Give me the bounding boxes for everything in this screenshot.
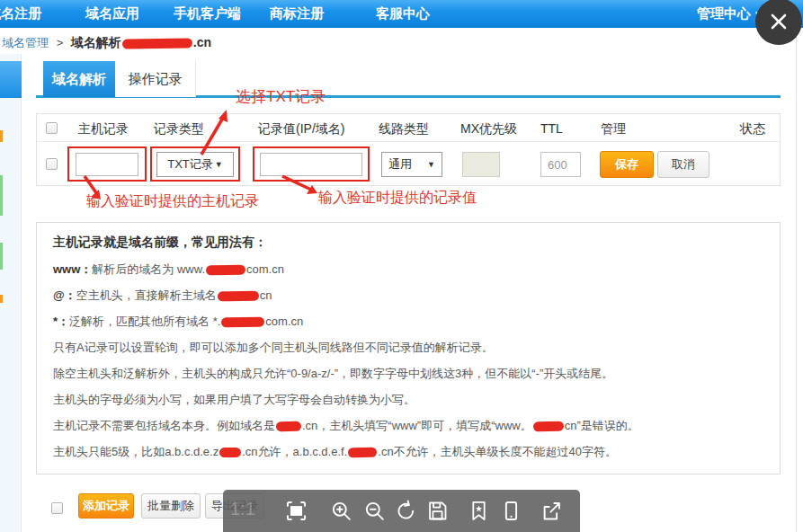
share-icon[interactable] (540, 499, 564, 523)
redacted-domain-scribble (218, 291, 259, 302)
help-text: com.cn (265, 315, 303, 328)
select-caret-icon: ▼ (215, 160, 223, 169)
new-record-row: TXT记录▼ 通用▼ 保存 取消 (37, 143, 780, 186)
help-line-star: *：泛解析，匹配其他所有域名 *.com.cn (53, 314, 763, 329)
close-icon (769, 12, 789, 31)
record-type-select[interactable]: TXT记录▼ (156, 152, 234, 177)
zoom-out-icon[interactable] (362, 499, 387, 523)
mobile-icon[interactable] (499, 499, 523, 523)
help-text: .cn允许，a.b.c.d.e.f. (242, 445, 347, 458)
help-text: 主机记录不需要包括域名本身。例如域名是 (53, 419, 275, 432)
breadcrumb-separator: > (57, 36, 64, 49)
add-record-button[interactable]: 添加记录 (78, 493, 134, 519)
footer-select-all-checkbox[interactable] (51, 502, 63, 514)
image-viewer-toolbar: 1:1 (223, 490, 580, 532)
scale-label: 1:1 (230, 499, 255, 519)
help-line-www: www：解析后的域名为 www.com.cn (53, 262, 763, 277)
help-panel: 主机记录就是域名前缀，常见用法有： www：解析后的域名为 www.com.cn… (36, 222, 781, 474)
help-text: cn (260, 288, 272, 302)
redacted-domain-scribble (122, 38, 192, 49)
help-line-a-record: 只有A记录可以设置轮询，即可以添加多个同主机头同线路但不同记录值的解析记录。 (53, 340, 763, 355)
help-text: 空主机头，直接解析主域名 (76, 288, 217, 302)
redacted-domain-scribble (206, 265, 245, 276)
help-line-levels: 主机头只能5级，比如a.b.c.d.e.z.cn允许，a.b.c.d.e.f..… (53, 444, 763, 459)
sidebar-sliver (0, 243, 3, 270)
help-text: .cn不允许，主机头单级长度不能超过40字符。 (378, 445, 617, 458)
rotate-icon[interactable] (394, 499, 418, 523)
select-all-checkbox[interactable] (46, 122, 58, 134)
table-header-row: 主机记录 记录类型 记录值(IP/域名) 线路类型 MX优先级 TTL 管理 状… (37, 114, 780, 142)
row-checkbox[interactable] (46, 158, 58, 170)
help-text: 主机头只能5级，比如a.b.c.d.e.z (53, 445, 219, 458)
nav-item-domain-register[interactable]: 域名注册 (0, 5, 41, 22)
select-caret-icon: ▼ (427, 160, 435, 169)
ttl-input[interactable] (540, 152, 581, 177)
line-type-value: 通用 (388, 156, 412, 173)
help-lead: @： (53, 288, 76, 302)
sidebar-sliver (0, 130, 3, 142)
host-input-highlight-box (67, 146, 147, 182)
footer-checkbox-wrap (51, 502, 63, 514)
line-type-select[interactable]: 通用▼ (381, 152, 442, 177)
breadcrumb-domain-manage[interactable]: 域名管理 (2, 36, 49, 49)
help-text: com.cn (246, 262, 284, 276)
dns-record-table: 主机记录 记录类型 记录值(IP/域名) 线路类型 MX优先级 TTL 管理 状… (36, 113, 781, 186)
window-right-edge (796, 28, 797, 532)
tab-operation-log[interactable]: 操作记录 (115, 61, 196, 97)
help-text: 泛解析，匹配其他所有域名 *. (69, 315, 220, 328)
nav-item-domain-apps[interactable]: 域名应用 (85, 5, 139, 22)
sidebar-active-item-fragment[interactable] (0, 61, 22, 98)
sidebar-sliver (0, 175, 3, 216)
type-select-highlight-box: TXT记录▼ (150, 146, 240, 182)
redacted-domain-scribble (219, 448, 241, 457)
redacted-domain-scribble (348, 448, 377, 458)
help-line-charset: 除空主机头和泛解析外，主机头的构成只允许“0-9/a-z/-”，即数字字母中划线… (53, 366, 763, 381)
help-line-at: @：空主机头，直接解析主域名cn (53, 288, 763, 303)
col-header-mx: MX优先级 (460, 121, 517, 137)
mx-priority-input-disabled (462, 152, 500, 177)
top-nav: 域名注册 域名应用 手机客户端 商标注册 客服中心 管理中心▼ (0, 0, 803, 28)
annotation-host-record: 输入验证时提供的主机记录 (86, 192, 259, 211)
batch-delete-button[interactable]: 批量删除 (141, 493, 201, 519)
tab-domain-resolution[interactable]: 域名解析 (43, 61, 115, 97)
redacted-domain-scribble (221, 317, 264, 328)
record-value-input[interactable] (260, 153, 362, 176)
zoom-in-icon[interactable] (329, 499, 353, 523)
breadcrumb-domain-suffix: .cn (193, 35, 211, 49)
help-text: .cn，主机头填写“www”即可，填写成“www。 (302, 419, 532, 432)
help-text: cn”是错误的。 (565, 419, 639, 432)
manage-center-label: 管理中心 (697, 5, 751, 21)
help-lead: *： (53, 315, 69, 328)
close-button[interactable] (755, 0, 802, 45)
col-header-ttl: TTL (540, 121, 563, 136)
value-input-highlight-box (253, 146, 370, 182)
fit-screen-icon[interactable] (284, 499, 308, 523)
col-header-status: 状态 (740, 121, 765, 137)
help-lead: www： (53, 262, 92, 276)
sidebar-sliver (0, 295, 3, 303)
save-button[interactable]: 保存 (600, 151, 654, 178)
nav-item-mobile-client[interactable]: 手机客户端 (174, 5, 241, 22)
annotation-select-txt: 选择TXT记录 (236, 86, 326, 107)
cancel-button[interactable]: 取消 (657, 151, 709, 178)
redacted-domain-scribble (533, 421, 564, 432)
col-header-line: 线路类型 (379, 121, 429, 137)
help-title: 主机记录就是域名前缀，常见用法有： (53, 235, 763, 250)
left-sidebar-strip (0, 54, 22, 532)
col-header-value: 记录值(IP/域名) (258, 121, 344, 137)
host-record-input[interactable] (76, 153, 138, 176)
nav-item-trademark[interactable]: 商标注册 (270, 5, 324, 22)
nav-item-support[interactable]: 客服中心 (376, 5, 430, 22)
help-text: 解析后的域名为 www. (92, 262, 205, 276)
nav-item-manage-center[interactable]: 管理中心▼ (697, 5, 763, 22)
redacted-domain-scribble (276, 421, 301, 431)
breadcrumb-current: 域名解析 (71, 35, 121, 49)
annotation-record-value: 输入验证时提供的记录值 (318, 189, 477, 208)
col-header-type: 记录类型 (154, 121, 204, 137)
help-line-lowercase: 主机头的字母必须为小写，如果用户填了大写字母会自动转换为小写。 (53, 392, 763, 407)
col-header-manage: 管理 (601, 121, 626, 137)
save-icon[interactable] (425, 499, 450, 523)
record-type-value: TXT记录 (167, 156, 213, 173)
breadcrumb: 域名管理 > 域名解析.cn (2, 35, 211, 51)
bookmark-icon[interactable] (467, 499, 491, 523)
